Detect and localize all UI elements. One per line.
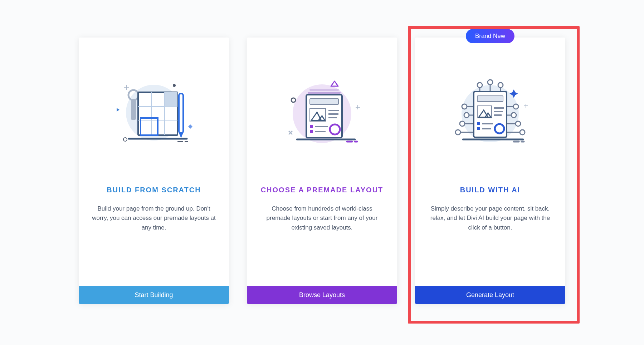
browse-layouts-button[interactable]: Browse Layouts [247, 286, 397, 304]
svg-point-69 [516, 121, 521, 126]
svg-point-63 [455, 130, 460, 135]
svg-point-20 [123, 138, 127, 141]
card-title: BUILD WITH AI [460, 186, 521, 194]
svg-point-53 [488, 80, 493, 85]
card-description: Simply describe your page content, sit b… [415, 204, 565, 232]
start-building-button[interactable]: Start Building [79, 286, 229, 304]
card-build-from-scratch[interactable]: BUILD FROM SCRATCH Build your page from … [79, 38, 229, 304]
build-ai-illustration [415, 59, 565, 166]
svg-marker-22 [331, 81, 338, 86]
svg-rect-6 [131, 99, 136, 120]
svg-point-51 [477, 83, 482, 88]
svg-point-65 [513, 104, 518, 109]
generate-layout-button[interactable]: Generate Layout [415, 286, 565, 304]
svg-point-23 [291, 98, 296, 102]
card-description: Build your page from the ground up. Don'… [79, 204, 229, 232]
button-label: Browse Layouts [299, 291, 345, 299]
svg-point-59 [464, 113, 469, 118]
svg-marker-1 [117, 108, 119, 112]
svg-rect-14 [179, 94, 183, 133]
svg-point-61 [460, 121, 465, 126]
svg-rect-34 [310, 125, 313, 128]
svg-marker-15 [179, 133, 183, 138]
build-scratch-illustration [79, 59, 229, 166]
card-description: Choose from hundreds of world-class prem… [247, 204, 397, 232]
svg-point-57 [462, 104, 467, 109]
svg-point-55 [498, 83, 503, 88]
card-title: CHOOSE A PREMADE LAYOUT [261, 186, 384, 194]
svg-rect-36 [310, 130, 313, 133]
svg-rect-80 [477, 122, 480, 125]
button-label: Generate Layout [466, 291, 514, 299]
svg-rect-73 [477, 96, 503, 102]
card-premade-layout[interactable]: CHOOSE A PREMADE LAYOUT Choose from hund… [247, 38, 397, 304]
svg-rect-24 [309, 89, 339, 91]
card-title: BUILD FROM SCRATCH [107, 186, 201, 194]
svg-rect-82 [477, 127, 480, 130]
svg-rect-12 [165, 92, 177, 107]
svg-rect-25 [308, 92, 341, 94]
brand-new-badge: Brand New [466, 29, 514, 43]
svg-rect-27 [310, 99, 338, 104]
premade-layout-illustration [247, 59, 397, 166]
svg-marker-17 [188, 124, 192, 129]
card-build-with-ai[interactable]: Brand New [415, 38, 565, 304]
svg-point-71 [520, 130, 525, 135]
svg-point-4 [173, 84, 176, 87]
button-label: Start Building [135, 291, 173, 299]
svg-point-67 [511, 113, 516, 118]
